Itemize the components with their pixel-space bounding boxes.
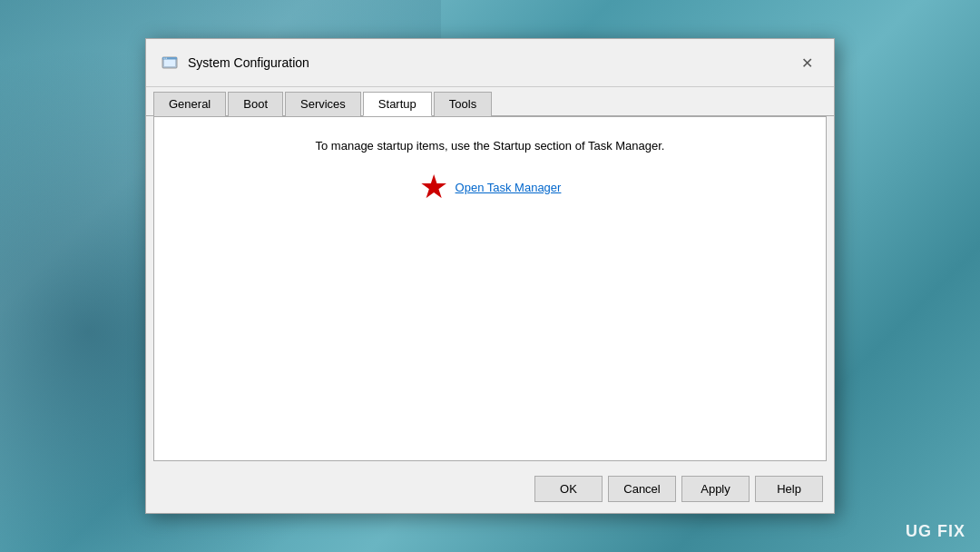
svg-rect-1 <box>164 59 175 66</box>
svg-point-4 <box>166 58 167 59</box>
open-task-manager-link[interactable]: Open Task Manager <box>456 181 562 194</box>
dialog-icon <box>161 54 179 72</box>
tab-boot[interactable]: Boot <box>228 92 283 116</box>
system-configuration-dialog: System Configuration ✕ General Boot Serv… <box>145 38 835 514</box>
tab-general[interactable]: General <box>153 92 226 116</box>
tab-services[interactable]: Services <box>285 92 361 116</box>
info-message: To manage startup items, use the Startup… <box>316 139 665 153</box>
tab-startup[interactable]: Startup <box>363 92 432 116</box>
tab-tools[interactable]: Tools <box>434 92 492 116</box>
dialog-overlay: System Configuration ✕ General Boot Serv… <box>0 0 980 552</box>
star-icon: ★ <box>419 171 448 203</box>
content-area: To manage startup items, use the Startup… <box>153 116 827 461</box>
tab-bar: General Boot Services Startup Tools <box>146 87 834 116</box>
help-button[interactable]: Help <box>755 476 823 502</box>
dialog-title: System Configuration <box>188 55 785 70</box>
close-button[interactable]: ✕ <box>794 50 819 75</box>
title-bar: System Configuration ✕ <box>146 39 834 87</box>
link-row: ★ Open Task Manager <box>419 171 562 203</box>
button-bar: OK Cancel Apply Help <box>146 468 834 513</box>
apply-button[interactable]: Apply <box>681 476 750 502</box>
cancel-button[interactable]: Cancel <box>608 476 676 502</box>
ok-button[interactable]: OK <box>534 476 603 502</box>
svg-point-3 <box>163 58 164 59</box>
